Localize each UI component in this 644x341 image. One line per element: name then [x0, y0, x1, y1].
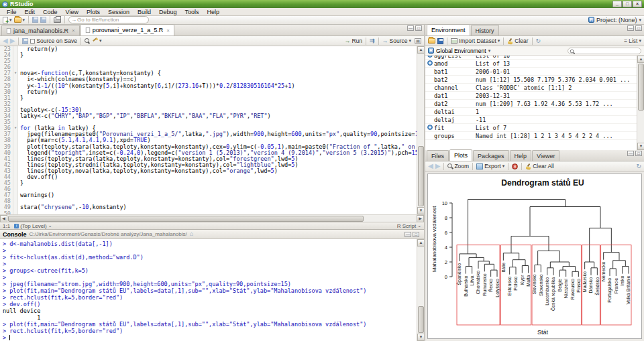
env-object-row[interactable]: channelClass 'RODBC' atomic [1:1] 2	[425, 84, 637, 92]
maximize-plots-icon[interactable]: □	[635, 151, 642, 156]
minimize-console-icon[interactable]: —	[405, 232, 411, 237]
editor-vertical-scrollbar[interactable]: ▲ ▼	[417, 46, 424, 214]
source-on-save-checkbox[interactable]: Source on Save	[30, 38, 76, 44]
save-button[interactable]	[32, 17, 38, 23]
env-object-row[interactable]: deltaj-11	[425, 116, 637, 124]
goto-file-function-input[interactable]: → Go to file/function	[68, 16, 149, 23]
save-source-button[interactable]	[22, 38, 28, 44]
menu-tools[interactable]: Tools	[181, 9, 203, 15]
expand-object-icon[interactable]	[427, 56, 434, 59]
doc-type-label: R Script	[397, 223, 416, 229]
env-object-row[interactable]: amodList of 13	[425, 60, 637, 68]
svg-text:Malta: Malta	[526, 275, 531, 286]
maximize-env-icon[interactable]: □	[635, 25, 642, 31]
expand-object-icon[interactable]	[427, 60, 434, 67]
env-object-row[interactable]: fitList of 7	[425, 124, 637, 132]
project-menu[interactable]: R Project: (None) ▾	[588, 17, 641, 23]
object-value: -11	[476, 117, 486, 123]
env-object-row[interactable]: dat12003-12-31	[425, 92, 637, 100]
tab-help[interactable]: Help	[510, 150, 532, 161]
code-line: 29 y<-1-1/((10^(konstanty[5,i]+konstanty…	[0, 83, 417, 89]
fold-marker	[13, 76, 18, 82]
forward-icon[interactable]: ▶	[10, 38, 15, 44]
global-env-selector[interactable]: Global Environment	[436, 48, 486, 54]
next-plot-icon[interactable]: ▶	[435, 163, 441, 169]
zoom-plot-button[interactable]: Zoom	[447, 163, 469, 169]
refresh-plot-icon[interactable]: ↻	[636, 163, 641, 169]
expand-object-icon[interactable]	[427, 125, 434, 131]
fold-marker[interactable]: ▾	[13, 70, 18, 76]
doc-type-selector[interactable]: R Script ⌄	[397, 223, 421, 229]
tab-plots[interactable]: Plots	[449, 149, 472, 161]
environment-object-list: aggrListList of 10amodList of 13bat12006…	[425, 56, 637, 150]
editor-tab-jana_mahalanobis.R[interactable]: jana_mahalanobis.R×	[1, 25, 80, 36]
close-tab-icon[interactable]: ×	[72, 27, 75, 33]
menu-help[interactable]: Help	[203, 9, 224, 15]
tab-packages[interactable]: Packages	[473, 150, 509, 161]
code-text: dev.off()	[18, 174, 58, 180]
env-object-row[interactable]: groupsNamed int [1:28] 1 2 1 3 4 5 4 2 2…	[425, 132, 637, 140]
editor-tab-porovnani_verze_1_a_5.R[interactable]: porovnani_verze_1_a_5.R×	[80, 24, 174, 36]
save-all-button[interactable]	[40, 17, 46, 23]
maximize-console-icon[interactable]: □	[413, 232, 419, 237]
svg-text:Litva: Litva	[470, 276, 474, 286]
goto-directory-icon[interactable]: ⌂	[190, 231, 193, 237]
menu-session[interactable]: Session	[104, 9, 133, 15]
new-file-button[interactable]: ▾	[3, 17, 12, 23]
environment-search-input[interactable]	[568, 48, 641, 54]
tab-files[interactable]: Files	[427, 150, 449, 161]
print-button[interactable]	[54, 17, 61, 23]
environment-scrollbar[interactable]: ▲ ▼	[637, 56, 644, 150]
source-button[interactable]: → Source ▾	[382, 38, 411, 44]
menu-code[interactable]: Code	[39, 9, 62, 15]
save-workspace-icon[interactable]	[437, 38, 443, 44]
find-replace-icon[interactable]	[85, 38, 90, 44]
menu-build[interactable]: Build	[133, 9, 155, 15]
scope-selector[interactable]: f (Top Level) ⌄	[14, 223, 52, 229]
menu-debug[interactable]: Debug	[155, 9, 181, 15]
close-tab-icon[interactable]: ×	[166, 27, 170, 33]
minimize-plots-icon[interactable]: —	[627, 151, 634, 156]
maximize-pane-icon[interactable]: □	[415, 25, 422, 31]
open-file-button[interactable]: ▾	[14, 17, 25, 23]
fold-marker[interactable]: ▾	[13, 125, 18, 131]
console-scrollbar[interactable]: ▲ ▼	[417, 239, 424, 341]
previous-plot-icon[interactable]: ◀	[428, 163, 433, 169]
refresh-environment-icon[interactable]: ↻	[536, 38, 541, 44]
export-plot-button[interactable]: Export ▾	[476, 163, 504, 169]
editor-horizontal-scrollbar[interactable]: ◀ ▶	[0, 214, 424, 222]
menu-bar: FileEditCodeViewPlotsSessionBuildDebugTo…	[0, 8, 644, 16]
clear-environment-button[interactable]: Clear	[507, 38, 528, 44]
expand-circle-icon	[427, 56, 433, 58]
object-name: fit	[434, 125, 476, 131]
env-view-mode-button[interactable]: ≡ List ▾	[624, 38, 641, 44]
env-object-row[interactable]: dat2num [1:209] 7.63 1.92 4.36 5.53 1.72…	[425, 100, 637, 108]
tab-environment[interactable]: Environment	[427, 24, 470, 36]
code-tools-button[interactable]: ▾	[92, 38, 102, 44]
menu-view[interactable]: View	[62, 9, 83, 15]
env-object-row[interactable]: bat12006-01-01	[425, 68, 637, 76]
close-window-button[interactable]: ×	[633, 1, 642, 7]
minimize-env-icon[interactable]: —	[627, 25, 634, 31]
import-dataset-button[interactable]: Import Dataset ▾	[451, 38, 500, 44]
remove-plot-icon[interactable]: ×	[512, 163, 518, 169]
tab-viewer[interactable]: Viewer	[532, 150, 559, 161]
run-button[interactable]: → Run	[344, 38, 362, 44]
maximize-window-button[interactable]: □	[623, 1, 632, 7]
minimize-window-button[interactable]: _	[612, 1, 622, 7]
menu-plots[interactable]: Plots	[83, 9, 104, 15]
back-icon[interactable]: ◀	[3, 38, 8, 44]
menu-file[interactable]: File	[3, 9, 21, 15]
svg-text:Nizozemí: Nizozemí	[564, 279, 568, 298]
env-object-row[interactable]: deltai1	[425, 108, 637, 116]
show-document-outline-icon[interactable]: ▤	[415, 38, 421, 44]
load-workspace-icon[interactable]	[428, 38, 435, 44]
code-editor[interactable]: 23 return(y)24}252627▾nova<-function(c,T…	[0, 46, 417, 214]
minimize-pane-icon[interactable]: —	[407, 25, 414, 31]
rerun-icon[interactable]: ⇉	[370, 38, 375, 44]
clear-all-plots-button[interactable]: Clear All	[525, 163, 554, 169]
tab-history[interactable]: History	[471, 25, 499, 36]
env-object-row[interactable]: bat2num [1:12] 15.508 7.179 5.376 2.034 …	[425, 76, 637, 84]
console-output[interactable]: > d<-mahalanobis.dist(data[,-1])> > fit<…	[0, 239, 417, 341]
menu-edit[interactable]: Edit	[21, 9, 40, 15]
